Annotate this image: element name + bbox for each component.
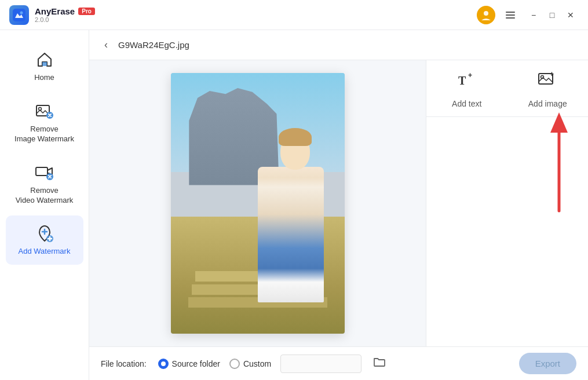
arrow-annotation	[524, 101, 571, 219]
custom-path-input[interactable]	[280, 355, 361, 373]
add-watermark-icon	[35, 224, 54, 243]
content-area: ‹ G9WaR24EgC.jpg	[89, 30, 588, 380]
sidebar: Home RemoveImage Watermark	[0, 30, 89, 380]
title-bar: AnyErase Pro 2.0.0 − □ ✕	[0, 0, 588, 30]
tab-add-text-label: Add text	[452, 99, 481, 108]
image-container	[171, 73, 345, 334]
menu-button[interactable]	[502, 7, 518, 23]
remove-video-watermark-icon	[35, 163, 54, 182]
app-name-block: AnyErase Pro 2.0.0	[35, 6, 95, 23]
export-button[interactable]: Export	[519, 353, 576, 374]
back-button[interactable]: ‹	[100, 36, 112, 53]
close-button[interactable]: ✕	[563, 7, 579, 23]
sidebar-item-remove-image-label: RemoveImage Watermark	[14, 125, 74, 144]
bottom-bar: File location: Source folder Custom	[89, 346, 588, 380]
svg-point-3	[484, 11, 488, 16]
tab-add-image-label: Add image	[528, 99, 567, 108]
work-area: T + Add text +	[89, 60, 588, 346]
svg-text:+: +	[468, 71, 472, 79]
tab-add-image[interactable]: + Add image	[507, 60, 589, 116]
file-name: G9WaR24EgC.jpg	[118, 40, 189, 50]
maximize-button[interactable]: □	[544, 7, 560, 23]
app-icon	[9, 5, 29, 25]
source-folder-label: Source folder	[172, 359, 220, 368]
file-location-label: File location:	[101, 359, 147, 368]
panel-tabs: T + Add text +	[426, 60, 588, 117]
image-preview-area	[89, 60, 426, 346]
sidebar-item-remove-video-label: RemoveVideo Watermark	[16, 186, 74, 206]
content-topbar: ‹ G9WaR24EgC.jpg	[89, 30, 588, 60]
source-folder-radio[interactable]: Source folder	[158, 359, 220, 369]
main-layout: Home RemoveImage Watermark	[0, 30, 588, 380]
sidebar-item-home-label: Home	[34, 73, 54, 83]
app-name: AnyErase Pro	[35, 6, 95, 16]
sidebar-item-add-watermark[interactable]: Add Watermark	[6, 215, 83, 265]
title-bar-left: AnyErase Pro 2.0.0	[9, 5, 95, 25]
remove-image-watermark-icon	[35, 101, 54, 121]
svg-rect-4	[42, 62, 47, 66]
custom-radio[interactable]: Custom	[229, 359, 271, 369]
svg-rect-8	[36, 167, 48, 176]
avatar-icon[interactable]	[477, 6, 495, 24]
home-icon	[35, 50, 54, 70]
pro-badge: Pro	[78, 8, 95, 15]
right-panel: T + Add text +	[426, 60, 588, 346]
sidebar-item-remove-image-watermark[interactable]: RemoveImage Watermark	[6, 93, 83, 152]
title-bar-right: − □ ✕	[477, 6, 579, 24]
svg-text:+: +	[550, 70, 554, 78]
sidebar-item-home[interactable]: Home	[6, 42, 83, 91]
folder-browse-button[interactable]	[371, 354, 388, 373]
svg-rect-0	[13, 9, 25, 21]
source-folder-radio-indicator	[158, 359, 169, 369]
add-text-icon: T +	[456, 70, 477, 94]
app-name-text: AnyErase	[35, 6, 75, 16]
sidebar-item-remove-video-watermark[interactable]: RemoveVideo Watermark	[6, 155, 83, 214]
window-controls: − □ ✕	[525, 7, 579, 23]
svg-text:T: T	[458, 74, 466, 87]
minimize-button[interactable]: −	[525, 7, 542, 23]
sidebar-item-add-watermark-label: Add Watermark	[19, 247, 71, 257]
custom-label: Custom	[243, 359, 271, 368]
app-version: 2.0.0	[35, 16, 95, 23]
custom-radio-indicator	[229, 359, 240, 369]
svg-point-1	[20, 11, 23, 14]
add-image-icon: +	[537, 70, 558, 94]
tab-add-text[interactable]: T + Add text	[426, 60, 507, 116]
radio-group: Source folder Custom	[158, 354, 389, 373]
